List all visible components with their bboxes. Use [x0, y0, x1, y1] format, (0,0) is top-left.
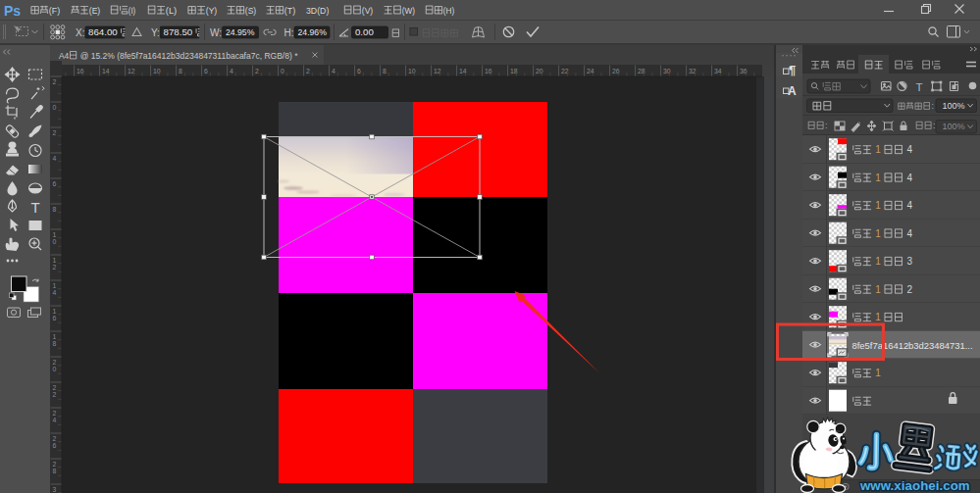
- svg-text:6: 6: [53, 442, 57, 449]
- svg-text:6: 6: [53, 315, 57, 321]
- svg-text:T: T: [915, 81, 922, 93]
- svg-text:W:: W:: [210, 27, 222, 38]
- svg-text:2: 2: [53, 384, 57, 391]
- svg-text:(E): (E): [89, 5, 100, 16]
- svg-text:@ 15.2% (8fe5f7a16412b3d234847: @ 15.2% (8fe5f7a16412b3d234847311bacafa7…: [77, 51, 298, 61]
- svg-text:2: 2: [53, 435, 57, 442]
- svg-text:(F): (F): [49, 5, 60, 16]
- svg-text:10: 10: [408, 68, 416, 74]
- svg-text:14: 14: [102, 68, 110, 74]
- svg-text:2: 2: [53, 410, 57, 417]
- svg-text:4: 4: [53, 289, 57, 296]
- svg-text:(L): (L): [166, 5, 177, 16]
- svg-text:32: 32: [689, 68, 696, 74]
- svg-text:8fe5f7a16412b3d23484731...: 8fe5f7a16412b3d23484731...: [852, 341, 973, 351]
- svg-text:30: 30: [663, 68, 671, 74]
- svg-text:22: 22: [561, 68, 569, 74]
- svg-text:100%: 100%: [943, 122, 965, 131]
- svg-text:1: 1: [53, 308, 57, 315]
- svg-text:4: 4: [53, 155, 57, 162]
- svg-text:2: 2: [53, 391, 57, 398]
- svg-text:4: 4: [904, 173, 913, 183]
- svg-text:12: 12: [434, 68, 441, 74]
- svg-text:26: 26: [612, 68, 620, 74]
- svg-text:1: 1: [53, 257, 57, 264]
- svg-text::: :: [933, 121, 936, 130]
- svg-text:24.96%: 24.96%: [298, 26, 328, 37]
- svg-text:4: 4: [904, 144, 913, 155]
- svg-text:(S): (S): [245, 5, 256, 16]
- svg-text:20: 20: [536, 68, 543, 74]
- svg-text:2: 2: [53, 78, 57, 85]
- svg-text:36: 36: [740, 68, 748, 74]
- svg-text:H:: H:: [284, 27, 294, 38]
- svg-text:A4: A4: [59, 51, 69, 61]
- svg-text:16: 16: [485, 68, 492, 74]
- svg-text:(T): (T): [284, 5, 295, 16]
- svg-text:Ps: Ps: [4, 3, 21, 19]
- svg-text:6: 6: [204, 68, 208, 74]
- svg-text:Y:: Y:: [151, 27, 160, 38]
- svg-text:34: 34: [714, 68, 722, 74]
- svg-text:(I): (I): [129, 5, 135, 16]
- svg-text:878.50: 878.50: [164, 26, 195, 37]
- svg-text:100%: 100%: [943, 101, 965, 111]
- svg-text:6: 6: [357, 68, 361, 74]
- svg-text:3D(D): 3D(D): [306, 5, 329, 16]
- svg-text:0: 0: [281, 68, 284, 74]
- svg-text:14: 14: [459, 68, 467, 74]
- svg-text:28: 28: [638, 68, 645, 74]
- svg-text:1: 1: [53, 282, 57, 289]
- svg-text:2: 2: [53, 461, 57, 468]
- svg-text:(W): (W): [402, 5, 415, 16]
- svg-text:3: 3: [904, 256, 913, 267]
- svg-text:0: 0: [53, 238, 57, 245]
- svg-text:864.00: 864.00: [88, 26, 120, 37]
- svg-text:16: 16: [77, 68, 84, 74]
- svg-text:4: 4: [904, 228, 913, 239]
- svg-text:2: 2: [53, 264, 57, 271]
- svg-text::: :: [931, 101, 933, 111]
- svg-text:1: 1: [873, 368, 882, 378]
- svg-text:8: 8: [53, 206, 57, 213]
- svg-text:6: 6: [53, 180, 57, 187]
- svg-text:4: 4: [904, 200, 913, 211]
- svg-text:0: 0: [53, 104, 57, 111]
- svg-text:4: 4: [53, 417, 57, 423]
- svg-text:12: 12: [128, 68, 135, 74]
- svg-text:8: 8: [53, 340, 57, 347]
- svg-text:1: 1: [53, 231, 57, 238]
- svg-text:1: 1: [53, 333, 57, 340]
- svg-text:24: 24: [587, 68, 594, 74]
- svg-text:8: 8: [383, 68, 387, 74]
- svg-text::: :: [825, 121, 828, 130]
- svg-text:T: T: [30, 199, 39, 216]
- svg-text:0: 0: [53, 366, 57, 372]
- svg-text:www.xiaohei.com: www.xiaohei.com: [859, 478, 970, 493]
- svg-text:24.95%: 24.95%: [226, 26, 255, 37]
- svg-text:2: 2: [255, 68, 259, 74]
- svg-text:8: 8: [53, 468, 57, 474]
- svg-text:X:: X:: [76, 27, 84, 38]
- svg-text:(H): (H): [443, 5, 454, 16]
- svg-text:2: 2: [53, 129, 57, 136]
- svg-text:3: 3: [53, 486, 57, 493]
- svg-text:¶: ¶: [789, 63, 796, 77]
- svg-text:(Y): (Y): [206, 5, 217, 16]
- svg-text:10: 10: [153, 68, 161, 74]
- svg-text:(V): (V): [362, 5, 373, 16]
- svg-text:2: 2: [306, 68, 310, 74]
- svg-text:18: 18: [510, 68, 518, 74]
- svg-text:2: 2: [904, 284, 913, 295]
- svg-text:4: 4: [230, 68, 233, 74]
- svg-text:4: 4: [332, 68, 335, 74]
- svg-text:8: 8: [179, 68, 182, 74]
- svg-text:0.00: 0.00: [355, 26, 374, 37]
- svg-text:2: 2: [53, 359, 57, 366]
